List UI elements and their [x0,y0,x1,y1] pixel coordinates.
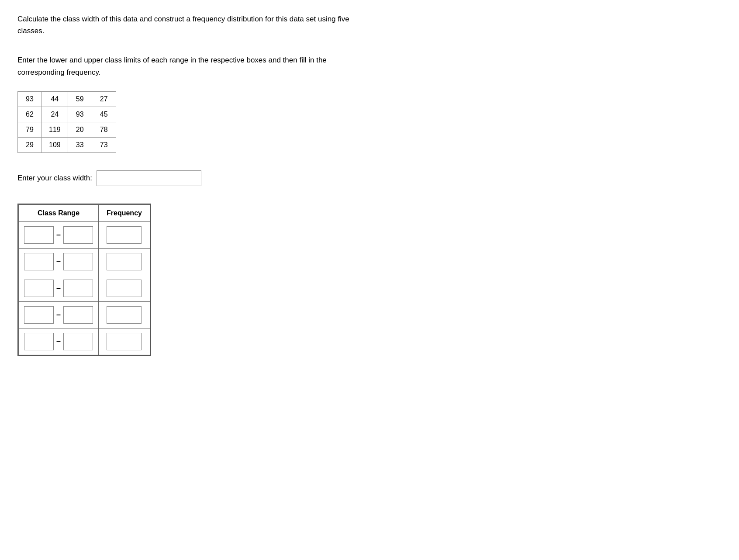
range-dash-0: – [56,230,61,239]
data-cell-3-3: 73 [92,137,116,152]
frequency-header: Frequency [99,204,150,221]
frequency-input-3[interactable] [107,306,142,324]
class-range-cell-1: – [19,248,99,275]
data-table: 9344592762249345791192078291093373 [17,91,116,153]
range-upper-input-2[interactable] [63,280,93,297]
frequency-cell-4 [99,328,150,355]
range-lower-input-3[interactable] [24,306,54,324]
instructions-2-paragraph: Enter the lower and upper class limits o… [17,54,389,78]
instructions-line2: classes. [17,27,44,35]
instructions-line1: Calculate the class width of this data a… [17,15,349,23]
class-range-cell-0: – [19,221,99,248]
data-cell-0-1: 44 [42,91,68,107]
frequency-cell-1 [99,248,150,275]
range-upper-input-3[interactable] [63,306,93,324]
data-cell-3-0: 29 [18,137,42,152]
range-lower-input-0[interactable] [24,226,54,244]
frequency-cell-2 [99,275,150,301]
range-dash-2: – [56,283,61,293]
data-cell-2-3: 78 [92,122,116,137]
data-cell-2-0: 79 [18,122,42,137]
range-cell-2: – [24,280,93,297]
instructions-line4: corresponding frequency. [17,68,101,76]
class-range-cell-2: – [19,275,99,301]
data-cell-1-3: 45 [92,107,116,122]
frequency-input-1[interactable] [107,253,142,270]
class-range-cell-4: – [19,328,99,355]
range-cell-3: – [24,306,93,324]
range-upper-input-4[interactable] [63,333,93,350]
class-range-cell-3: – [19,301,99,328]
instructions-line3: Enter the lower and upper class limits o… [17,56,327,64]
range-dash-1: – [56,257,61,266]
frequency-cell-3 [99,301,150,328]
range-dash-4: – [56,337,61,346]
range-upper-input-0[interactable] [63,226,93,244]
instructions-paragraph: Calculate the class width of this data a… [17,13,389,37]
data-cell-2-1: 119 [42,122,68,137]
class-width-row: Enter your class width: [17,170,722,186]
data-cell-2-2: 20 [68,122,92,137]
class-range-header: Class Range [19,204,99,221]
range-lower-input-2[interactable] [24,280,54,297]
frequency-table-container: Class Range Frequency ––––– [17,204,151,356]
frequency-input-4[interactable] [107,333,142,350]
range-dash-3: – [56,310,61,319]
range-cell-1: – [24,253,93,270]
class-width-label: Enter your class width: [17,174,92,183]
frequency-input-0[interactable] [107,226,142,244]
data-cell-0-0: 93 [18,91,42,107]
class-width-input[interactable] [97,170,201,186]
data-cell-0-3: 27 [92,91,116,107]
data-cell-3-2: 33 [68,137,92,152]
data-cell-1-2: 93 [68,107,92,122]
frequency-table: Class Range Frequency ––––– [18,204,150,355]
range-cell-4: – [24,333,93,350]
data-cell-1-0: 62 [18,107,42,122]
data-cell-0-2: 59 [68,91,92,107]
range-upper-input-1[interactable] [63,253,93,270]
frequency-input-2[interactable] [107,280,142,297]
range-lower-input-1[interactable] [24,253,54,270]
frequency-cell-0 [99,221,150,248]
data-cell-1-1: 24 [42,107,68,122]
data-cell-3-1: 109 [42,137,68,152]
range-lower-input-4[interactable] [24,333,54,350]
range-cell-0: – [24,226,93,244]
